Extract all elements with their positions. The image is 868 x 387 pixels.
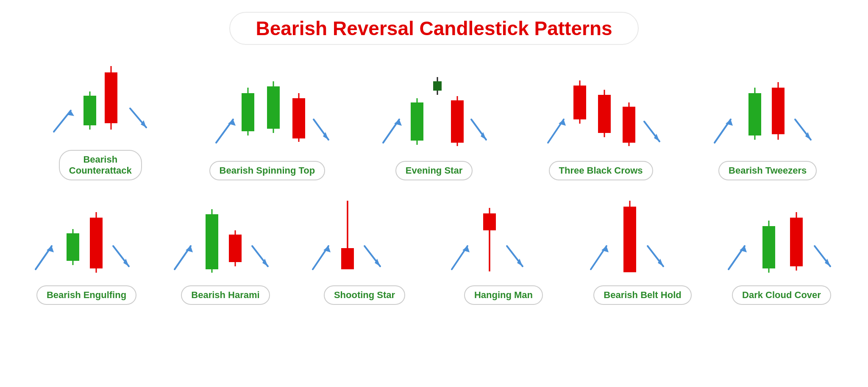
pattern-bearish-engulfing: Bearish Engulfing (17, 189, 156, 305)
pattern-label-three-black-crows: Three Black Crows (549, 161, 653, 180)
pattern-label-bearish-engulfing: Bearish Engulfing (36, 285, 136, 305)
svg-rect-82 (341, 248, 354, 269)
svg-rect-52 (748, 93, 761, 135)
pattern-label-bearish-belt-hold: Bearish Belt Hold (593, 285, 691, 305)
svg-rect-65 (90, 218, 103, 268)
svg-rect-55 (772, 88, 785, 134)
pattern-visual-three-black-crows (542, 64, 660, 158)
svg-rect-101 (762, 226, 775, 268)
pattern-shooting-star: Shooting Star (295, 189, 434, 305)
pattern-label-bearish-tweezers: Bearish Tweezers (718, 161, 817, 180)
pattern-label-shooting-star: Shooting Star (324, 285, 405, 305)
svg-rect-62 (67, 233, 79, 261)
pattern-label-dark-cloud-cover: Dark Cloud Cover (732, 285, 831, 305)
pattern-visual-shooting-star (305, 189, 424, 282)
pattern-visual-dark-cloud-cover (722, 189, 841, 282)
svg-rect-19 (292, 98, 305, 138)
svg-rect-72 (206, 214, 218, 269)
pattern-label-hanging-man: Hanging Man (464, 285, 543, 305)
pattern-visual-bearish-engulfing (27, 189, 146, 282)
pattern-visual-bearish-belt-hold (583, 189, 702, 282)
pattern-label-evening-star: Evening Star (395, 161, 473, 180)
pattern-label-bearish-spinning-top: Bearish Spinning Top (209, 161, 326, 180)
svg-rect-87 (483, 213, 496, 230)
pattern-label-bearish-counterattack: BearishCounterattack (59, 150, 142, 180)
svg-rect-75 (229, 235, 242, 262)
pattern-hanging-man: Hanging Man (434, 189, 573, 305)
svg-rect-45 (623, 107, 635, 143)
pattern-visual-bearish-harami (166, 189, 285, 282)
svg-rect-29 (433, 81, 442, 91)
pattern-dark-cloud-cover: Dark Cloud Cover (712, 189, 851, 305)
pattern-bearish-spinning-top: Bearish Spinning Top (195, 64, 339, 180)
title-section: Bearish Reversal Candlestick Patterns (0, 12, 868, 45)
patterns-row-1: BearishCounterattack (17, 53, 851, 180)
pattern-evening-star: Evening Star (362, 64, 506, 180)
pattern-visual-hanging-man (444, 189, 563, 282)
pattern-visual-evening-star (375, 64, 493, 158)
svg-rect-16 (267, 86, 280, 129)
svg-rect-32 (451, 100, 464, 143)
svg-rect-6 (105, 72, 117, 123)
pattern-visual-bearish-counterattack (41, 53, 160, 147)
svg-rect-26 (411, 102, 423, 141)
svg-rect-95 (623, 207, 636, 272)
pattern-bearish-belt-hold: Bearish Belt Hold (573, 189, 712, 305)
patterns-grid: BearishCounterattack (0, 53, 868, 309)
pattern-visual-bearish-tweezers (708, 64, 827, 158)
pattern-bearish-tweezers: Bearish Tweezers (696, 64, 840, 180)
svg-rect-39 (573, 86, 586, 119)
page-title: Bearish Reversal Candlestick Patterns (256, 17, 612, 40)
svg-rect-42 (598, 95, 611, 133)
title-oval: Bearish Reversal Candlestick Patterns (229, 12, 638, 45)
pattern-bearish-counterattack: BearishCounterattack (28, 53, 172, 180)
svg-rect-13 (242, 93, 254, 131)
pattern-visual-bearish-spinning-top (208, 64, 326, 158)
pattern-three-black-crows: Three Black Crows (529, 64, 673, 180)
pattern-bearish-harami: Bearish Harami (156, 189, 295, 305)
pattern-label-bearish-harami: Bearish Harami (181, 285, 270, 305)
svg-rect-3 (83, 96, 96, 125)
patterns-row-2: Bearish Engulfing (17, 189, 851, 305)
svg-rect-104 (790, 218, 803, 266)
